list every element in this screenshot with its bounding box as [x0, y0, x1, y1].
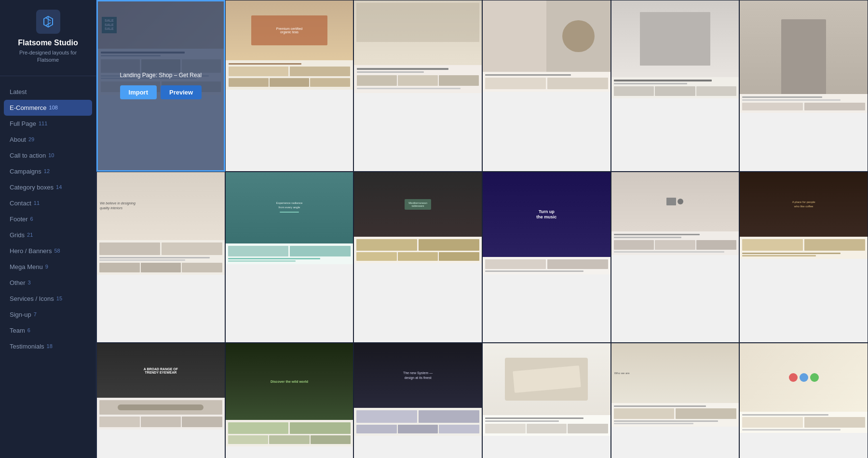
item-overlay-1: Landing Page: Shop – Get RealImportPrevi… — [98, 1, 224, 170]
brand-subtitle: Pre-designed layouts for Flatsome — [10, 49, 86, 64]
template-item-5[interactable] — [611, 0, 740, 172]
nav-label: Footer — [10, 216, 28, 223]
nav-count: 18 — [47, 343, 53, 349]
nav-label: Hero / Banners — [10, 247, 52, 255]
nav-label: Category boxes — [10, 184, 54, 191]
brand-name: Flatsome Studio — [18, 39, 78, 47]
nav-label: Call to action — [10, 152, 46, 159]
template-item-17[interactable]: Who we are — [611, 343, 740, 458]
nav-count: 111 — [39, 121, 47, 126]
template-item-11[interactable] — [611, 172, 740, 343]
nav-count: 10 — [48, 152, 54, 158]
sidebar-item-calltoaction[interactable]: Call to action10 — [0, 148, 96, 163]
template-grid: SALESALESALE Landing Page: Shop – Get Re… — [96, 0, 868, 458]
template-item-15[interactable]: The new System —design at its finest — [353, 343, 482, 458]
template-item-12[interactable]: A place for peoplewho like coffee — [739, 172, 868, 343]
sidebar-item-grids[interactable]: Grids21 — [0, 227, 96, 243]
sidebar-item-ecommerce[interactable]: E-Commerce108 — [4, 100, 92, 116]
sidebar-item-testimonials[interactable]: Testimonials18 — [0, 338, 96, 354]
sidebar-item-contact[interactable]: Contact11 — [0, 195, 96, 211]
template-item-9[interactable]: Mediterraneantableware — [353, 172, 482, 343]
nav-label: Campaigns — [10, 168, 41, 175]
nav-label: About — [10, 136, 26, 143]
sidebar-nav: LatestE-Commerce108Full Page111About29Ca… — [0, 76, 96, 448]
main-content: SALESALESALE Landing Page: Shop – Get Re… — [96, 0, 868, 458]
template-item-8[interactable]: Experience radiancefrom every angle — [225, 172, 354, 343]
nav-count: 9 — [45, 264, 48, 269]
logo-icon — [36, 10, 60, 34]
nav-count: 6 — [30, 216, 33, 222]
sidebar-item-about[interactable]: About29 — [0, 132, 96, 148]
sidebar-item-campaigns[interactable]: Campaigns12 — [0, 163, 96, 179]
template-item-1[interactable]: SALESALESALE Landing Page: Shop – Get Re… — [96, 0, 225, 172]
template-item-4[interactable] — [482, 0, 611, 172]
nav-count: 6 — [27, 327, 30, 333]
template-item-18[interactable] — [739, 343, 868, 458]
nav-label: E-Commerce — [10, 104, 47, 111]
nav-label: Testimonials — [10, 343, 44, 350]
template-item-3[interactable] — [353, 0, 482, 172]
template-item-16[interactable] — [482, 343, 611, 458]
nav-label: Full Page — [10, 120, 36, 127]
nav-count: 21 — [27, 232, 33, 238]
overlay-buttons-1: ImportPreview — [120, 85, 202, 99]
sidebar-item-categoryboxes[interactable]: Category boxes14 — [0, 179, 96, 195]
sidebar-item-team[interactable]: Team6 — [0, 323, 96, 338]
nav-label: Mega Menu — [10, 263, 43, 270]
nav-count: 3 — [28, 280, 31, 285]
nav-count: 15 — [56, 296, 62, 301]
nav-count: 7 — [34, 311, 37, 317]
nav-label: Other — [10, 279, 26, 286]
logo-area: Flatsome Studio Pre-designed layouts for… — [0, 10, 96, 76]
template-item-7[interactable]: We believe in designingquality interiors — [96, 172, 225, 343]
sidebar-item-fullpage[interactable]: Full Page111 — [0, 116, 96, 132]
nav-label: Contact — [10, 200, 31, 207]
item-label-1: Landing Page: Shop – Get Real — [115, 72, 206, 79]
nav-count: 12 — [44, 168, 50, 174]
template-item-2[interactable]: Premium certifiedorganic teas — [225, 0, 354, 172]
nav-label: Team — [10, 327, 25, 334]
sidebar-item-footer[interactable]: Footer6 — [0, 211, 96, 227]
nav-label: Latest — [10, 88, 27, 95]
sidebar: Flatsome Studio Pre-designed layouts for… — [0, 0, 96, 458]
nav-count: 14 — [56, 184, 62, 190]
nav-count: 108 — [49, 105, 58, 110]
nav-count: 29 — [28, 136, 34, 142]
nav-count: 58 — [54, 248, 60, 254]
nav-label: Sign-up — [10, 311, 31, 318]
sidebar-item-other[interactable]: Other3 — [0, 275, 96, 291]
template-item-6[interactable] — [739, 0, 868, 172]
template-item-10[interactable]: Turn upthe music — [482, 172, 611, 343]
nav-label: Services / Icons — [10, 295, 54, 302]
template-item-14[interactable]: Discover the wild world — [225, 343, 354, 458]
template-item-13[interactable]: A BROAD RANGE OFTRENDY EYEWEAR — [96, 343, 225, 458]
nav-count: 11 — [34, 200, 40, 206]
sidebar-item-signup[interactable]: Sign-up7 — [0, 307, 96, 323]
sidebar-item-servicesicons[interactable]: Services / Icons15 — [0, 291, 96, 307]
import-button-1[interactable]: Import — [120, 85, 157, 99]
preview-button-1[interactable]: Preview — [161, 85, 202, 99]
sidebar-item-megamenu[interactable]: Mega Menu9 — [0, 259, 96, 275]
sidebar-item-herobanners[interactable]: Hero / Banners58 — [0, 243, 96, 259]
nav-label: Grids — [10, 231, 25, 239]
sidebar-item-latest[interactable]: Latest — [0, 84, 96, 100]
